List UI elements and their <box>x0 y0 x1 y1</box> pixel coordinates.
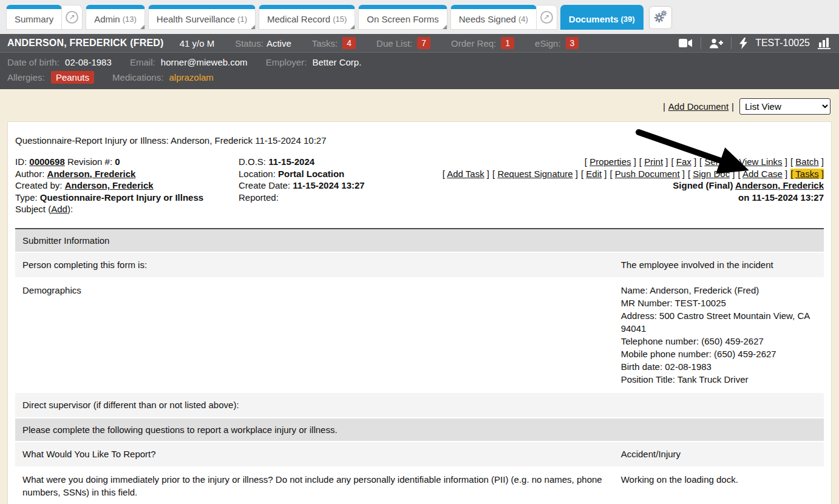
tasks-count-badge[interactable]: 4 <box>342 37 356 49</box>
action-add-case: Add Case <box>738 169 788 179</box>
tab-documents-count: (39) <box>621 15 635 24</box>
settings-button[interactable] <box>649 6 672 29</box>
id-label: ID: <box>15 156 27 167</box>
document-meta: ID: 0000698 Revision #: 0 Author: Anders… <box>15 156 824 215</box>
esign-count-badge[interactable]: 3 <box>566 37 579 49</box>
add-document-link[interactable]: Add Document <box>668 101 729 112</box>
action-view-links: View Links <box>734 156 787 167</box>
action-request-signature: Request Signature <box>492 169 578 179</box>
section-title: Please complete the following questions … <box>15 418 824 442</box>
dropdown-corner-icon <box>443 25 447 29</box>
tab-needs-signed[interactable]: Needs Signed (4) <box>450 5 537 30</box>
add-user-icon[interactable] <box>709 38 723 49</box>
subject-add-link[interactable]: Add <box>51 204 67 214</box>
patient-header-bar: ANDERSON, FREDERICK (FRED) 41 y/o M Stat… <box>0 34 839 52</box>
table-row: Direct supervisor (if different than or … <box>15 392 824 418</box>
patient-name: ANDERSON, FREDERICK (FRED) <box>7 38 164 49</box>
view-mode-select[interactable]: List View <box>739 98 831 115</box>
tab-medical-record[interactable]: Medical Record (15) <box>259 5 355 30</box>
section-title: Submitter Information <box>15 229 824 252</box>
table-row: Demographics Name: Anderson, Frederick (… <box>15 278 824 392</box>
medications-label: Medications: <box>112 72 163 82</box>
dob-label: Date of birth: <box>7 57 59 67</box>
allergies-label: Allergies: <box>7 72 45 82</box>
signed-by-link[interactable]: Anderson, Frederick <box>735 180 824 190</box>
tab-admin-count: (13) <box>123 15 137 24</box>
documents-toolbar: Add Document List View <box>0 89 839 121</box>
tasks-label: Tasks: <box>312 38 338 49</box>
action-row-1: PropertiesPrintFaxSendView LinksBatch <box>421 156 824 168</box>
order-req-label: Order Req: <box>451 38 496 49</box>
action-push-document: Push Document <box>610 169 685 179</box>
allergy-badge[interactable]: Peanuts <box>51 71 94 84</box>
email-value: horner@mieweb.com <box>161 57 248 67</box>
divider <box>701 37 701 49</box>
dropdown-corner-icon <box>140 25 144 29</box>
mr-number: TEST-10025 <box>755 38 810 49</box>
quick-action-bolt-icon[interactable] <box>739 38 747 49</box>
tab-bar: Summary ↗ Admin (13) Health Surveillance… <box>0 0 839 34</box>
question-cell: Person completing this form is: <box>15 252 614 278</box>
signed-date-line: on 11-15-2024 13:27 <box>421 192 824 204</box>
document-panel: Questionnaire-Report Injury or Illness: … <box>7 121 832 504</box>
popout-arrow-icon: ↗ <box>540 11 553 24</box>
author-label: Author: <box>15 169 44 179</box>
due-list-label: Due List: <box>376 38 412 49</box>
tab-health-surveillance[interactable]: Health Surveillance (1) <box>148 5 256 30</box>
question-cell: What Would You Like To Report? <box>15 442 614 467</box>
due-list-count-badge[interactable]: 7 <box>417 37 430 49</box>
subject-label: Subject ( <box>15 204 51 214</box>
create-date-label: Create Date: <box>239 180 290 190</box>
patient-info-block: Date of birth: 02-08-1983 Email: horner@… <box>0 52 839 89</box>
question-cell: Direct supervisor (if different than or … <box>15 392 614 418</box>
action-fax: Fax <box>671 156 696 167</box>
action-send: Send <box>699 156 731 167</box>
location-label: Location: <box>239 169 276 179</box>
tab-summary[interactable]: Summary <box>6 5 62 30</box>
video-call-icon[interactable] <box>679 38 693 48</box>
action-batch: Batch <box>790 156 824 167</box>
esign-label: eSign: <box>535 38 561 49</box>
type-label: Type: <box>15 192 38 203</box>
dropdown-corner-icon <box>350 25 355 29</box>
action-row-2: Add TaskRequest SignatureEditPush Docume… <box>421 168 824 180</box>
status-value: Active <box>267 38 291 49</box>
questionnaire-table: Submitter Information Person completing … <box>15 228 824 504</box>
section-header-row: Submitter Information <box>15 229 824 252</box>
tab-documents[interactable]: Documents (39) <box>560 5 644 30</box>
reported-label: Reported: <box>239 192 279 203</box>
tab-summary-label: Summary <box>15 14 53 24</box>
separator <box>660 101 668 112</box>
create-date-value: 11-15-2024 13:27 <box>293 180 364 190</box>
medications-value[interactable]: alprazolam <box>169 72 213 82</box>
order-req-count-badge[interactable]: 1 <box>501 37 514 49</box>
summary-popout-button[interactable]: ↗ <box>62 5 83 30</box>
tab-health-surveillance-count: (1) <box>237 15 247 24</box>
answer-cell: Name: Anderson, Frederick (Fred) MR Numb… <box>614 278 824 392</box>
author-link[interactable]: Anderson, Frederick <box>47 169 136 179</box>
employer-value: Better Corp. <box>312 57 361 67</box>
separator <box>729 101 737 112</box>
action-print: Print <box>639 156 668 167</box>
question-cell: Demographics <box>15 278 614 392</box>
revision-value: 0 <box>115 156 120 167</box>
answer-cell <box>614 392 824 418</box>
divider <box>731 37 732 49</box>
dob-value: 02-08-1983 <box>65 57 112 67</box>
location-value: Portal Location <box>278 169 344 179</box>
needs-signed-popout-button[interactable]: ↗ <box>537 5 557 30</box>
created-by-link[interactable]: Anderson, Frederick <box>65 180 154 190</box>
status-label: Status: <box>235 38 263 49</box>
section-header-row: Please complete the following questions … <box>15 418 824 442</box>
tab-admin[interactable]: Admin (13) <box>86 5 145 30</box>
patient-age-sex: 41 y/o M <box>180 38 215 49</box>
email-label: Email: <box>130 57 155 67</box>
chart-icon[interactable] <box>818 38 832 49</box>
dos-label: D.O.S: <box>239 156 266 167</box>
revision-label: Revision #: <box>67 156 112 167</box>
question-cell: What were you doing immediately prior to… <box>15 467 614 504</box>
table-row: What were you doing immediately prior to… <box>15 467 824 504</box>
document-id-link[interactable]: 0000698 <box>29 156 64 167</box>
dropdown-corner-icon <box>251 25 255 29</box>
tab-on-screen-forms[interactable]: On Screen Forms <box>358 5 447 30</box>
